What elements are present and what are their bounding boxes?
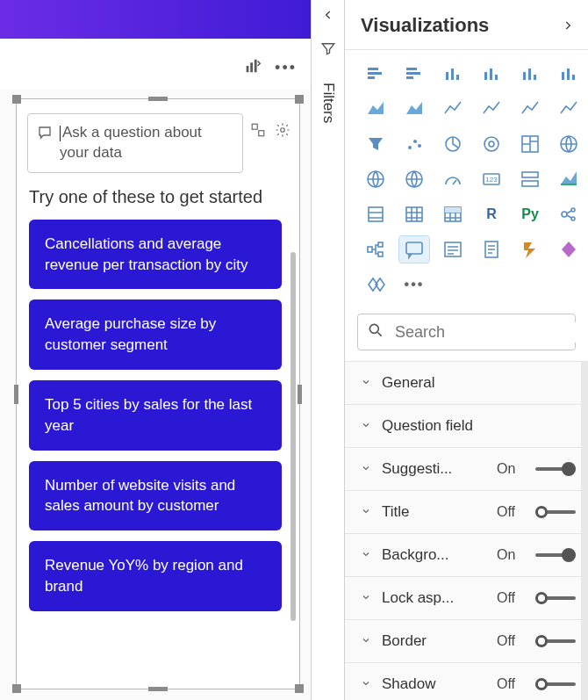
- viz-line-icon[interactable]: [554, 61, 584, 87]
- filter-funnel-icon[interactable]: [320, 40, 336, 60]
- format-section-label: Title: [382, 503, 488, 521]
- viz-filled-map-icon[interactable]: [361, 166, 391, 192]
- svg-rect-43: [378, 242, 383, 247]
- suggestion-item[interactable]: Number of website visits and sales amoun…: [29, 461, 282, 531]
- toggle-switch[interactable]: [535, 504, 576, 520]
- resize-handle[interactable]: [295, 95, 304, 104]
- toggle-switch[interactable]: [535, 633, 576, 649]
- viz-key-influencers-icon[interactable]: [554, 201, 584, 227]
- chevron-down-icon: [361, 460, 373, 478]
- viz-stacked-bar-icon[interactable]: [361, 61, 391, 87]
- svg-point-40: [571, 208, 575, 212]
- chevron-down-icon: [361, 417, 373, 435]
- viz-map-icon[interactable]: [554, 131, 584, 157]
- viz-stacked-column-icon[interactable]: [438, 61, 468, 87]
- viz-ribbon-icon[interactable]: [515, 96, 545, 122]
- viz-decomposition-tree-icon[interactable]: [361, 236, 391, 263]
- resize-handle[interactable]: [12, 95, 21, 104]
- viz-table-icon[interactable]: [399, 201, 429, 227]
- resize-handle[interactable]: [148, 97, 168, 101]
- resize-handle[interactable]: [12, 684, 21, 693]
- more-options-icon[interactable]: •••: [275, 59, 297, 77]
- viz-stacked-column-100-icon[interactable]: [515, 61, 545, 87]
- viz-more-visuals-icon[interactable]: [361, 271, 391, 298]
- scrollbar[interactable]: [290, 155, 296, 653]
- qna-visual[interactable]: Ask a question about your data Try one o…: [16, 98, 300, 689]
- gear-icon[interactable]: [275, 122, 290, 141]
- format-section[interactable]: TitleOff: [345, 491, 588, 534]
- toggle-switch[interactable]: [535, 547, 576, 563]
- viz-donut-icon[interactable]: [477, 131, 506, 157]
- svg-rect-33: [522, 172, 538, 177]
- svg-rect-10: [451, 69, 454, 80]
- suggestion-item[interactable]: Revenue YoY% by region and brand: [29, 541, 282, 611]
- viz-treemap-icon[interactable]: [515, 131, 545, 157]
- qna-question-input[interactable]: Ask a question about your data: [27, 113, 243, 173]
- viz-slicer-icon[interactable]: [361, 201, 391, 227]
- viz-kpi-icon[interactable]: [554, 166, 584, 192]
- toggle-switch[interactable]: [535, 461, 576, 477]
- svg-rect-19: [567, 69, 570, 80]
- viz-scatter-icon[interactable]: [399, 131, 429, 157]
- toggle-switch[interactable]: [535, 590, 576, 606]
- format-section-label: Question field: [382, 417, 576, 435]
- format-section[interactable]: Question field: [345, 405, 588, 448]
- viz-clustered-bar-icon[interactable]: [399, 61, 429, 87]
- viz-matrix-icon[interactable]: [438, 201, 468, 227]
- visualizations-pane: Visualizations 123RPy••• General Questio…: [345, 0, 588, 700]
- viz-multi-row-card-icon[interactable]: [515, 166, 545, 192]
- viz-funnel-icon[interactable]: [361, 131, 391, 157]
- svg-rect-20: [572, 75, 575, 80]
- chevron-down-icon: [361, 503, 373, 521]
- filters-pane-collapsed[interactable]: Filters: [312, 0, 345, 700]
- viz-smart-narrative-icon[interactable]: [438, 236, 468, 263]
- viz-line-clustered-icon[interactable]: [438, 96, 468, 122]
- format-section[interactable]: Suggesti...On: [345, 448, 588, 491]
- chevron-down-icon: [361, 632, 373, 650]
- viz-line-stacked-icon[interactable]: [477, 96, 506, 122]
- viz-card-icon[interactable]: 123: [477, 166, 506, 192]
- toggle-switch[interactable]: [535, 676, 576, 692]
- viz-qna-icon[interactable]: [399, 236, 429, 263]
- suggestion-item[interactable]: Top 5 cities by sales for the last year: [29, 380, 282, 451]
- chevron-right-icon[interactable]: [562, 14, 574, 37]
- viz-power-automate-icon[interactable]: [515, 236, 545, 263]
- viz-clustered-column-icon[interactable]: [477, 61, 506, 87]
- viz-gauge-icon[interactable]: [438, 166, 468, 192]
- viz-stacked-area-icon[interactable]: [399, 96, 429, 122]
- svg-rect-42: [368, 247, 372, 252]
- format-section[interactable]: General: [345, 362, 588, 405]
- search-input[interactable]: [393, 322, 588, 343]
- toggle-state-label: Off: [497, 633, 527, 649]
- suggestion-item[interactable]: Average purchase size by customer segmen…: [29, 299, 282, 370]
- format-section-label: Lock asp...: [382, 589, 488, 607]
- svg-rect-38: [445, 207, 461, 213]
- viz-waterfall-icon[interactable]: [554, 96, 584, 122]
- pin-visual-icon[interactable]: [243, 56, 262, 79]
- viz-paginated-icon[interactable]: [477, 236, 506, 263]
- resize-handle[interactable]: [295, 684, 304, 693]
- format-section[interactable]: ShadowOff: [345, 663, 588, 700]
- viz-shape-map-icon[interactable]: [399, 166, 429, 192]
- viz-r-visual-icon[interactable]: R: [477, 201, 506, 227]
- chevron-left-icon[interactable]: [322, 9, 334, 25]
- format-search[interactable]: [357, 314, 576, 350]
- scrollbar[interactable]: [581, 362, 588, 700]
- resize-handle[interactable]: [14, 385, 18, 404]
- suggestion-item[interactable]: Cancellations and average revenue per tr…: [29, 220, 282, 290]
- format-section[interactable]: Backgro...On: [345, 534, 588, 577]
- convert-visual-icon[interactable]: [250, 122, 266, 141]
- resize-handle[interactable]: [148, 687, 168, 691]
- viz-python-visual-icon[interactable]: Py: [515, 201, 545, 227]
- viz-power-apps-icon[interactable]: [554, 236, 584, 263]
- viz-pie-icon[interactable]: [438, 131, 468, 157]
- filters-label: Filters: [319, 83, 337, 123]
- format-section[interactable]: Lock asp...Off: [345, 577, 588, 620]
- svg-point-2: [281, 128, 285, 133]
- format-section[interactable]: BorderOff: [345, 620, 588, 663]
- format-section-label: Backgro...: [382, 546, 488, 564]
- svg-point-25: [484, 137, 498, 151]
- viz-area-icon[interactable]: [361, 96, 391, 122]
- resize-handle[interactable]: [298, 385, 302, 404]
- viz-more-options-icon[interactable]: •••: [399, 271, 429, 298]
